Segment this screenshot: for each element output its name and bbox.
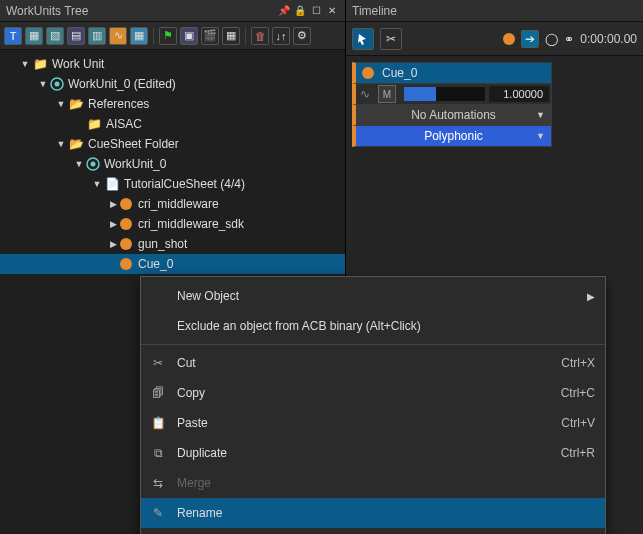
tree-label: WorkUnit_0 (Edited) [68, 77, 176, 91]
type-dropdown[interactable]: Polyphonic ▼ [352, 125, 552, 147]
cue-icon [120, 238, 132, 250]
tree-label: WorkUnit_0 [104, 157, 166, 171]
tree-row-sheet[interactable]: ▼ 📄 TutorialCueSheet (4/4) [0, 174, 345, 194]
twisty-closed-icon[interactable]: ▶ [108, 199, 118, 209]
twisty-open-icon[interactable]: ▼ [38, 79, 48, 89]
tool-icon-2[interactable]: ▧ [46, 27, 64, 45]
menu-new-object[interactable]: New Object ▶ [141, 281, 605, 311]
tree-label: cri_middleware_sdk [138, 217, 244, 231]
tool-icon-1[interactable]: ▦ [25, 27, 43, 45]
tree-row-cue[interactable]: ▶ cri_middleware_sdk [0, 214, 345, 234]
mute-button[interactable]: M [378, 85, 396, 103]
volume-value[interactable]: 1.00000 [489, 86, 549, 102]
submenu-arrow-icon: ▶ [587, 291, 595, 302]
timeline-toolbar: ✂ ➔ ◯ ⚭ 0:00:00.00 [346, 22, 643, 56]
tree-row-cue[interactable]: ▶ cri_middleware [0, 194, 345, 214]
folder-icon: 📂 [68, 136, 84, 152]
shortcut: Ctrl+X [561, 356, 595, 370]
clock-icon[interactable]: ◯ [545, 32, 558, 46]
twisty-open-icon[interactable]: ▼ [56, 139, 66, 149]
chevron-down-icon: ▼ [536, 110, 545, 120]
twisty-open-icon[interactable]: ▼ [92, 179, 102, 189]
twisty-open-icon[interactable]: ▼ [20, 59, 30, 69]
tree-label: AISAC [106, 117, 142, 131]
cue-icon [120, 258, 132, 270]
maximize-icon[interactable]: ☐ [309, 4, 323, 18]
timeline-titlebar: Timeline [346, 0, 643, 22]
tree-label: Work Unit [52, 57, 104, 71]
shortcut: Ctrl+R [561, 446, 595, 460]
tree-toolbar: T ▦ ▧ ▤ ▥ ∿ ▦ ⚑ ▣ 🎬 ▦ 🗑 ↓↑ ⚙ [0, 22, 345, 50]
menu-paste[interactable]: 📋 Paste Ctrl+V [141, 408, 605, 438]
clapper-icon[interactable]: 🎬 [201, 27, 219, 45]
arrow-tool-button[interactable] [352, 28, 374, 50]
forward-icon[interactable]: ➔ [521, 30, 539, 48]
twisty-open-icon[interactable]: ▼ [56, 99, 66, 109]
twisty-closed-icon[interactable]: ▶ [108, 219, 118, 229]
menu-separator [141, 344, 605, 345]
shortcut: Ctrl+V [561, 416, 595, 430]
separator [245, 27, 246, 45]
cue-icon [120, 198, 132, 210]
tree-label: cri_middleware [138, 197, 219, 211]
tree-row-csfolder[interactable]: ▼ 📂 CueSheet Folder [0, 134, 345, 154]
timecode: 0:00:00.00 [580, 32, 637, 46]
menu-exclude[interactable]: Exclude an object from ACB binary (Alt+C… [141, 311, 605, 341]
tree-label: gun_shot [138, 237, 187, 251]
tool-icon-7[interactable]: ▦ [222, 27, 240, 45]
tree-row-wu0b[interactable]: ▼ WorkUnit_0 [0, 154, 345, 174]
close-icon[interactable]: ✕ [325, 4, 339, 18]
cuesheet-icon: 📄 [104, 176, 120, 192]
separator [153, 27, 154, 45]
tool-icon-5[interactable]: ▦ [130, 27, 148, 45]
trash-icon[interactable]: 🗑 [251, 27, 269, 45]
folder-icon: 📁 [32, 56, 48, 72]
tree-label: Cue_0 [138, 257, 173, 271]
tool-icon-6[interactable]: ▣ [180, 27, 198, 45]
tree-row-aisac[interactable]: ▼ 📁 AISAC [0, 114, 345, 134]
twisty-open-icon[interactable]: ▼ [74, 159, 84, 169]
pin-icon[interactable]: 📌 [277, 4, 291, 18]
tree-label: CueSheet Folder [88, 137, 179, 151]
menu-rename[interactable]: ✎ Rename [141, 498, 605, 528]
tree-row-wu0[interactable]: ▼ WorkUnit_0 (Edited) [0, 74, 345, 94]
inspector-cue-name: Cue_0 [382, 66, 417, 80]
tree-row-cue[interactable]: ▶ gun_shot [0, 234, 345, 254]
cut-tool-button[interactable]: ✂ [380, 28, 402, 50]
lock-icon[interactable]: 🔒 [293, 4, 307, 18]
twisty-closed-icon[interactable]: ▶ [108, 239, 118, 249]
sort-icon[interactable]: ↓↑ [272, 27, 290, 45]
inspector-header[interactable]: Cue_0 [352, 62, 552, 84]
link-icon[interactable]: ⚭ [564, 32, 574, 46]
volume-slider[interactable] [404, 87, 485, 101]
inspector-volume-row: ∿ M 1.00000 [352, 83, 552, 105]
gear-icon[interactable]: ⚙ [293, 27, 311, 45]
automation-dropdown[interactable]: No Automations ▼ [352, 104, 552, 126]
svg-point-1 [55, 82, 60, 87]
tool-icon-4[interactable]: ▥ [88, 27, 106, 45]
panel-titlebar: WorkUnits Tree 📌 🔒 ☐ ✕ [0, 0, 345, 22]
curve-icon[interactable]: ∿ [109, 27, 127, 45]
tree-label: TutorialCueSheet (4/4) [124, 177, 245, 191]
rename-icon: ✎ [149, 506, 167, 520]
menu-copy[interactable]: 🗐 Copy Ctrl+C [141, 378, 605, 408]
cue-icon [120, 218, 132, 230]
menu-cut[interactable]: ✂ Cut Ctrl+X [141, 348, 605, 378]
tree-row-cue-selected[interactable]: ▶ Cue_0 [0, 254, 345, 274]
menu-duplicate[interactable]: ⧉ Duplicate Ctrl+R [141, 438, 605, 468]
menu-delete[interactable]: 🗑 Delete Del [141, 528, 605, 534]
shortcut: Ctrl+C [561, 386, 595, 400]
record-icon[interactable] [503, 33, 515, 45]
workunit-icon [86, 157, 100, 171]
tool-icon-3[interactable]: ▤ [67, 27, 85, 45]
chevron-down-icon: ▼ [536, 131, 545, 141]
tree-row-refs[interactable]: ▼ 📂 References [0, 94, 345, 114]
flag-icon[interactable]: ⚑ [159, 27, 177, 45]
workunit-icon [50, 77, 64, 91]
folder-icon: 📂 [68, 96, 84, 112]
tree-row-root[interactable]: ▼ 📁 Work Unit [0, 54, 345, 74]
panel-title: Timeline [352, 4, 397, 18]
type-icon[interactable]: T [4, 27, 22, 45]
curve-icon[interactable]: ∿ [356, 87, 374, 101]
scissors-icon: ✂ [149, 356, 167, 370]
